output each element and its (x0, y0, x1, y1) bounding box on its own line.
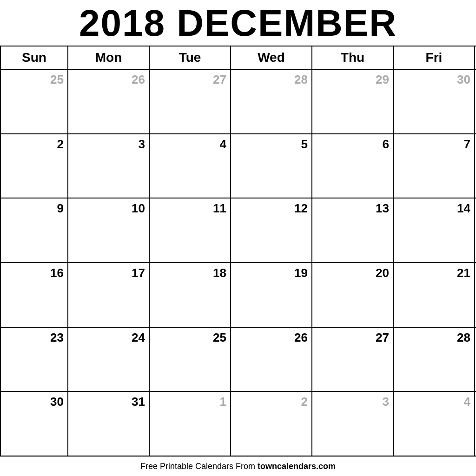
day-header-fri: Fri (394, 46, 475, 69)
day-header-sun: Sun (1, 46, 68, 69)
day-number: 2 (235, 395, 308, 409)
day-cell: 4 (394, 392, 475, 456)
week-row-3: 16171819202122 (1, 263, 476, 328)
day-number: 13 (316, 201, 389, 216)
day-number: 25 (153, 331, 226, 345)
day-number: 3 (72, 137, 145, 152)
day-number: 3 (316, 395, 389, 409)
weeks-container: 2526272829301234567891011121314151617181… (1, 70, 476, 456)
day-number: 20 (316, 266, 389, 280)
week-row-5: 303112345 (1, 392, 476, 456)
day-cell: 28 (394, 328, 475, 391)
day-header-tue: Tue (150, 46, 231, 69)
day-number: 12 (235, 201, 308, 216)
day-number: 1 (153, 395, 226, 409)
day-cell: 12 (231, 198, 312, 262)
day-cell: 23 (1, 328, 68, 391)
day-cell: 21 (394, 263, 475, 327)
day-cell: 26 (231, 328, 312, 391)
day-number: 11 (153, 201, 226, 216)
day-number: 16 (5, 266, 64, 280)
day-cell: 5 (231, 134, 312, 198)
day-cell: 17 (68, 263, 150, 327)
day-header-thu: Thu (312, 46, 394, 69)
week-row-0: 2526272829301 (1, 70, 476, 134)
day-cell: 26 (68, 70, 150, 133)
calendar-container: 2018 DECEMBER SunMonTueWedThuFriSat 2526… (0, 0, 476, 476)
day-cell: 7 (394, 134, 475, 198)
day-cell: 19 (231, 263, 312, 327)
day-cell: 18 (150, 263, 231, 327)
day-headers: SunMonTueWedThuFriSat (1, 46, 476, 70)
day-number: 25 (5, 73, 64, 87)
day-number: 29 (316, 73, 389, 87)
day-number: 10 (72, 201, 145, 216)
day-cell: 9 (1, 198, 68, 262)
day-cell: 2 (1, 134, 68, 198)
day-number: 23 (5, 331, 64, 345)
day-cell: 28 (231, 70, 312, 133)
calendar-title: 2018 DECEMBER (0, 0, 476, 46)
day-cell: 6 (312, 134, 394, 198)
day-number: 28 (397, 331, 470, 345)
day-number: 2 (5, 137, 64, 152)
footer-link: towncalendars.com (258, 462, 336, 471)
day-header-wed: Wed (231, 46, 312, 69)
day-number: 30 (397, 73, 470, 87)
day-cell: 14 (394, 198, 475, 262)
day-cell: 4 (150, 134, 231, 198)
day-cell: 20 (312, 263, 394, 327)
day-number: 7 (397, 137, 470, 152)
day-cell: 11 (150, 198, 231, 262)
day-cell: 10 (68, 198, 150, 262)
day-number: 6 (316, 137, 389, 152)
day-number: 26 (72, 73, 145, 87)
day-cell: 1 (150, 392, 231, 456)
day-cell: 2 (231, 392, 312, 456)
footer: Free Printable Calendars From towncalend… (0, 456, 476, 476)
day-cell: 27 (150, 70, 231, 133)
week-row-1: 2345678 (1, 134, 476, 199)
day-cell: 24 (68, 328, 150, 391)
day-number: 31 (72, 395, 145, 409)
day-cell: 25 (1, 70, 68, 133)
day-cell: 3 (312, 392, 394, 456)
day-cell: 16 (1, 263, 68, 327)
day-header-mon: Mon (68, 46, 150, 69)
calendar-grid: SunMonTueWedThuFriSat 252627282930123456… (0, 46, 476, 456)
day-number: 9 (5, 201, 64, 216)
day-cell: 30 (1, 392, 68, 456)
day-cell: 25 (150, 328, 231, 391)
day-number: 26 (235, 331, 308, 345)
day-number: 14 (397, 201, 470, 216)
day-number: 24 (72, 331, 145, 345)
day-number: 19 (235, 266, 308, 280)
day-cell: 30 (394, 70, 475, 133)
day-number: 30 (5, 395, 64, 409)
day-number: 5 (235, 137, 308, 152)
day-cell: 27 (312, 328, 394, 391)
day-cell: 3 (68, 134, 150, 198)
week-row-2: 9101112131415 (1, 198, 476, 263)
day-number: 28 (235, 73, 308, 87)
footer-text: Free Printable Calendars From (140, 462, 258, 471)
day-number: 18 (153, 266, 226, 280)
week-row-4: 23242526272829 (1, 328, 476, 392)
day-number: 4 (397, 395, 470, 409)
day-cell: 31 (68, 392, 150, 456)
day-number: 4 (153, 137, 226, 152)
day-number: 17 (72, 266, 145, 280)
day-number: 21 (397, 266, 470, 280)
day-number: 27 (316, 331, 389, 345)
day-cell: 13 (312, 198, 394, 262)
day-cell: 29 (312, 70, 394, 133)
day-number: 27 (153, 73, 226, 87)
